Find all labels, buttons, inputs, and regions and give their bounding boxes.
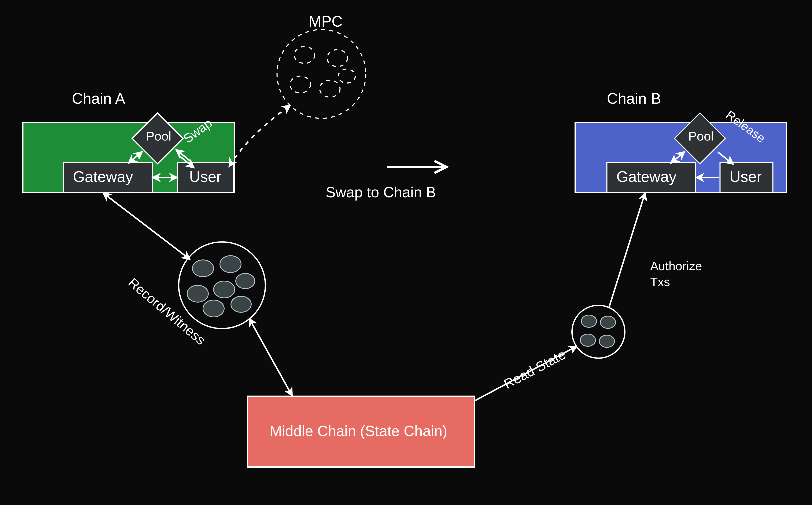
swap-label: Swap (180, 116, 215, 146)
svg-point-23 (572, 305, 625, 358)
authorize-txs-label-1: Authorize (650, 259, 702, 273)
svg-point-27 (599, 335, 615, 347)
diagram-stage: Chain A Chain B MPC Pool Pool Swap Relea… (0, 0, 812, 505)
svg-point-20 (236, 274, 255, 289)
svg-point-26 (580, 334, 595, 346)
edge-user-pool-a-2 (179, 155, 193, 167)
edge-user-mpc (230, 106, 290, 166)
pool-b-label: Pool (688, 129, 714, 144)
read-state-label: Read State (501, 347, 568, 392)
edge-gateway-witness (104, 193, 189, 259)
svg-point-18 (187, 285, 208, 302)
svg-point-9 (277, 30, 366, 118)
svg-point-12 (290, 76, 310, 93)
swap-to-chain-b-label: Swap to Chain B (326, 184, 436, 201)
svg-point-14 (338, 69, 355, 83)
chain-a-title: Chain A (72, 90, 125, 107)
svg-point-13 (320, 80, 340, 97)
user-b-label: User (729, 168, 762, 185)
witness-cluster (179, 242, 265, 329)
svg-point-22 (231, 296, 251, 312)
mpc-label: MPC (309, 13, 343, 30)
gateway-a-label: Gateway (73, 168, 133, 185)
edge-user-pool-a-1 (176, 150, 192, 163)
pool-a-label: Pool (146, 129, 171, 144)
svg-point-16 (192, 260, 214, 277)
chain-b-title: Chain B (607, 90, 661, 107)
svg-point-17 (220, 256, 241, 273)
mpc-cluster (277, 30, 366, 118)
svg-point-11 (327, 50, 348, 66)
edge-witness-middle (250, 319, 292, 395)
gateway-b-label: Gateway (617, 168, 676, 185)
svg-point-10 (294, 46, 315, 63)
record-witness-label: Record/Witness (125, 275, 209, 348)
user-a-label: User (189, 168, 222, 185)
svg-point-21 (203, 300, 224, 317)
signer-cluster (572, 305, 625, 358)
svg-point-24 (581, 315, 596, 327)
svg-point-15 (179, 242, 265, 329)
edge-pool-user-b (718, 152, 733, 164)
middle-chain-label: Middle Chain (State Chain) (270, 423, 447, 440)
release-label: Release (723, 108, 768, 145)
svg-point-25 (600, 316, 616, 328)
edge-signer-gateway (609, 193, 645, 307)
edge-gateway-pool-b (671, 152, 684, 163)
svg-point-19 (214, 281, 235, 298)
edge-gateway-pool-a (129, 152, 142, 163)
authorize-txs-label-2: Txs (650, 275, 670, 289)
